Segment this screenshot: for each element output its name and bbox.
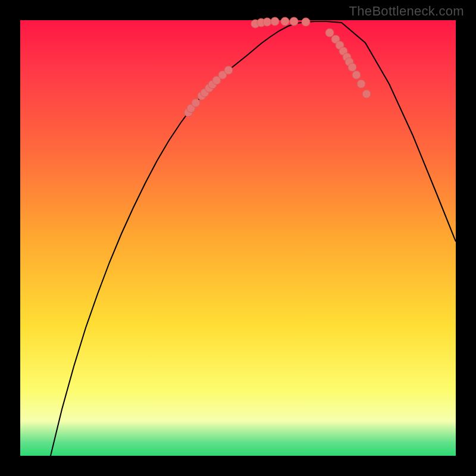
data-point xyxy=(325,29,334,37)
data-point xyxy=(263,18,271,26)
data-point xyxy=(362,90,371,98)
data-point xyxy=(224,66,233,74)
data-point xyxy=(352,71,361,79)
data-point xyxy=(192,99,200,107)
bottleneck-curve-path xyxy=(51,21,456,456)
data-point xyxy=(357,80,365,88)
data-point xyxy=(271,17,279,26)
watermark-text: TheBottleneck.com xyxy=(349,4,464,19)
data-point xyxy=(290,17,298,26)
bottleneck-curve-svg xyxy=(20,20,456,456)
data-point xyxy=(348,63,356,71)
chart-frame: TheBottleneck.com xyxy=(0,0,476,476)
data-point xyxy=(281,17,289,26)
gradient-plot-area xyxy=(20,20,456,456)
data-point xyxy=(302,18,310,26)
